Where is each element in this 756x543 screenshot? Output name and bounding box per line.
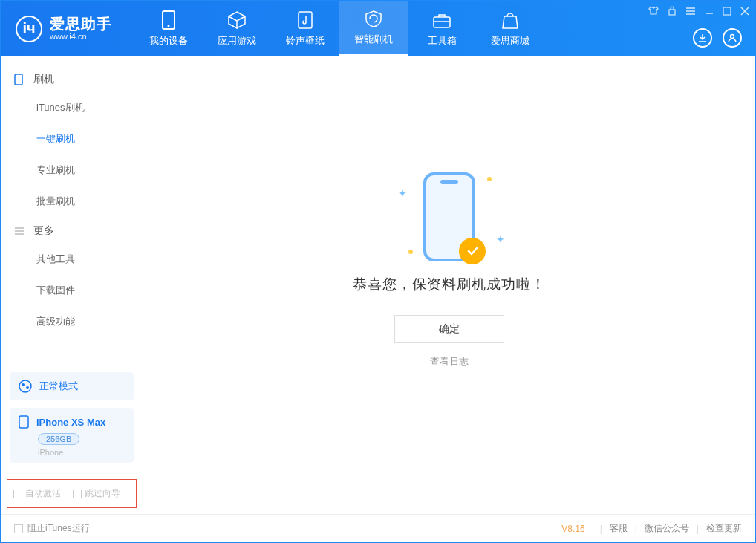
tab-label: 工具箱 bbox=[428, 34, 457, 48]
nav-tabs: 我的设备 应用游戏 铃声壁纸 智能刷机 工具箱 爱思商城 bbox=[134, 1, 544, 56]
footer: 阻止iTunes运行 V8.16 | 客服 | 微信公众号 | 检查更新 bbox=[1, 514, 755, 542]
logo-text: 爱思助手 www.i4.cn bbox=[50, 16, 112, 41]
svg-point-19 bbox=[22, 383, 25, 386]
check-badge-icon bbox=[459, 238, 486, 264]
version-label: V8.16 bbox=[561, 524, 584, 534]
checkbox-auto-activate[interactable]: 自动激活 bbox=[13, 487, 61, 500]
checkbox-label: 跳过向导 bbox=[85, 487, 120, 500]
tab-smart-flash[interactable]: 智能刷机 bbox=[339, 1, 408, 56]
tab-apps-games[interactable]: 应用游戏 bbox=[203, 1, 271, 56]
storage-badge: 256GB bbox=[38, 433, 79, 445]
checkbox-skip-guide[interactable]: 跳过向导 bbox=[73, 487, 120, 500]
checkbox-label: 阻止iTunes运行 bbox=[27, 522, 90, 535]
logo-area[interactable]: iч 爱思助手 www.i4.cn bbox=[1, 16, 127, 42]
main-content: ✦ ✦ 恭喜您，保资料刷机成功啦！ 确定 查看日志 bbox=[143, 56, 755, 514]
success-illustration: ✦ ✦ bbox=[423, 172, 475, 261]
refresh-shield-icon bbox=[364, 9, 383, 28]
checkbox-label: 自动激活 bbox=[25, 487, 61, 500]
header-right-icons bbox=[693, 28, 742, 48]
sidebar-item-itunes-flash[interactable]: iTunes刷机 bbox=[1, 92, 143, 123]
sidebar-item-batch-flash[interactable]: 批量刷机 bbox=[1, 186, 143, 217]
app-title: 爱思助手 bbox=[50, 16, 112, 32]
svg-point-18 bbox=[19, 380, 31, 392]
sidebar-item-pro-flash[interactable]: 专业刷机 bbox=[1, 155, 143, 186]
sparkle-icon: ✦ bbox=[398, 187, 407, 199]
checkbox-box-icon bbox=[13, 490, 22, 498]
close-icon[interactable] bbox=[740, 6, 749, 18]
svg-rect-21 bbox=[19, 416, 28, 428]
bottom-checks-highlighted: 自动激活 跳过向导 bbox=[7, 479, 137, 508]
user-button[interactable] bbox=[723, 28, 742, 48]
svg-rect-3 bbox=[434, 17, 450, 27]
svg-point-1 bbox=[168, 25, 170, 27]
mode-card[interactable]: 正常模式 bbox=[10, 372, 134, 400]
sidebar-item-download-firmware[interactable]: 下载固件 bbox=[1, 275, 143, 306]
checkbox-box-icon bbox=[14, 524, 23, 533]
tab-label: 我的设备 bbox=[149, 34, 188, 48]
footer-link-wechat[interactable]: 微信公众号 bbox=[645, 522, 689, 535]
sidebar-item-other-tools[interactable]: 其他工具 bbox=[1, 244, 143, 275]
separator: | bbox=[697, 524, 699, 534]
ok-button[interactable]: 确定 bbox=[394, 315, 504, 343]
separator: | bbox=[600, 524, 602, 534]
bag-icon bbox=[501, 10, 520, 30]
tab-label: 智能刷机 bbox=[354, 33, 393, 46]
sidebar-scroll: 刷机 iTunes刷机 一键刷机 专业刷机 批量刷机 更多 其他工具 下载固件 … bbox=[1, 56, 143, 368]
sidebar-item-advanced[interactable]: 高级功能 bbox=[1, 306, 143, 337]
dot-icon bbox=[487, 177, 492, 181]
logo-icon: iч bbox=[16, 16, 42, 42]
svg-point-20 bbox=[26, 386, 29, 389]
tab-label: 爱思商城 bbox=[491, 34, 529, 48]
lock-icon[interactable] bbox=[668, 5, 677, 18]
device-icon bbox=[19, 415, 29, 429]
section-title: 刷机 bbox=[33, 73, 54, 86]
phone-small-icon bbox=[14, 74, 26, 85]
download-button[interactable] bbox=[693, 28, 712, 48]
toolbox-icon bbox=[432, 10, 452, 30]
app-subtitle: www.i4.cn bbox=[50, 32, 112, 41]
tab-ringtones-wallpapers[interactable]: 铃声壁纸 bbox=[271, 1, 339, 56]
svg-point-13 bbox=[731, 35, 734, 39]
svg-rect-2 bbox=[299, 12, 312, 28]
svg-rect-5 bbox=[669, 10, 675, 15]
separator: | bbox=[635, 524, 637, 534]
view-log-link[interactable]: 查看日志 bbox=[430, 355, 469, 368]
success-message: 恭喜您，保资料刷机成功啦！ bbox=[353, 275, 546, 294]
window-controls bbox=[648, 5, 749, 18]
tab-my-device[interactable]: 我的设备 bbox=[134, 1, 203, 56]
mode-label: 正常模式 bbox=[39, 380, 78, 393]
cube-icon bbox=[227, 10, 247, 30]
maximize-icon[interactable] bbox=[723, 6, 731, 18]
tab-toolbox[interactable]: 工具箱 bbox=[408, 1, 476, 56]
tab-store[interactable]: 爱思商城 bbox=[476, 1, 544, 56]
device-name: iPhone XS Max bbox=[36, 417, 105, 428]
device-card[interactable]: iPhone XS Max 256GB iPhone bbox=[10, 408, 134, 463]
dot-icon bbox=[408, 250, 413, 254]
body: 刷机 iTunes刷机 一键刷机 专业刷机 批量刷机 更多 其他工具 下载固件 … bbox=[1, 56, 755, 514]
checkbox-block-itunes[interactable]: 阻止iTunes运行 bbox=[14, 522, 90, 535]
footer-link-update[interactable]: 检查更新 bbox=[706, 522, 742, 535]
shirt-icon[interactable] bbox=[648, 5, 659, 18]
svg-rect-14 bbox=[15, 74, 22, 85]
checkbox-box-icon bbox=[73, 490, 82, 498]
header: iч 爱思助手 www.i4.cn 我的设备 应用游戏 铃声壁纸 智能刷机 工具… bbox=[1, 1, 755, 56]
tab-label: 应用游戏 bbox=[218, 34, 256, 48]
menu-icon[interactable] bbox=[685, 6, 696, 18]
mode-icon bbox=[19, 380, 32, 393]
sparkle-icon: ✦ bbox=[496, 233, 505, 245]
minimize-icon[interactable] bbox=[705, 6, 714, 18]
sidebar: 刷机 iTunes刷机 一键刷机 专业刷机 批量刷机 更多 其他工具 下载固件 … bbox=[1, 56, 143, 514]
device-type: iPhone bbox=[38, 448, 125, 457]
footer-right: V8.16 | 客服 | 微信公众号 | 检查更新 bbox=[561, 522, 742, 535]
tab-label: 铃声壁纸 bbox=[286, 34, 325, 48]
section-title: 更多 bbox=[33, 224, 54, 238]
sidebar-section-more: 更多 bbox=[1, 217, 143, 244]
svg-rect-10 bbox=[723, 7, 731, 15]
phone-icon bbox=[159, 10, 178, 30]
sidebar-item-one-click-flash[interactable]: 一键刷机 bbox=[1, 123, 143, 155]
list-small-icon bbox=[14, 225, 26, 237]
music-note-icon bbox=[296, 10, 315, 30]
device-cards: 正常模式 iPhone XS Max 256GB iPhone bbox=[1, 368, 143, 475]
sidebar-section-flash: 刷机 bbox=[1, 65, 143, 92]
footer-link-support[interactable]: 客服 bbox=[610, 522, 628, 535]
